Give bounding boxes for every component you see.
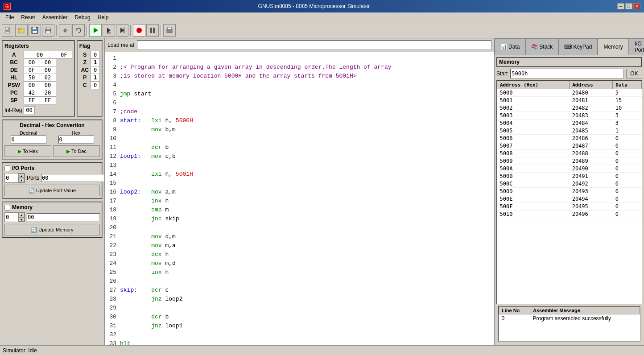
step-into-button[interactable]: [103, 24, 115, 37]
memory-data: 0: [613, 203, 642, 211]
maximize-button[interactable]: □: [625, 3, 632, 9]
memory-checkbox[interactable]: [4, 205, 10, 211]
memory-addr: 20490: [570, 165, 613, 173]
memory-spin-up[interactable]: ▲: [18, 213, 25, 217]
pause-button[interactable]: [146, 24, 159, 37]
io-spin-down[interactable]: ▼: [18, 178, 25, 182]
save-button[interactable]: [29, 24, 41, 37]
memory-addr: 20480: [570, 89, 613, 97]
tab-keypad[interactable]: ⌨ KeyPad: [558, 38, 598, 55]
memory-data: 0: [613, 173, 642, 180]
decimal-col: Decimal: [4, 130, 52, 144]
assembler-message: Program assembled successfully: [530, 314, 640, 323]
code-line-15: [120, 179, 492, 188]
io-port-value-input[interactable]: [41, 174, 105, 182]
code-editor[interactable]: 12345 678910 1112131415 1617181920 21222…: [105, 52, 494, 345]
code-line-20: [120, 223, 492, 232]
memory-table-header: Address (Hex) Address Data: [497, 81, 642, 89]
io-port-num-input[interactable]: [5, 174, 18, 182]
code-line-11: dcr b: [120, 143, 492, 152]
io-spin-up[interactable]: ▲: [18, 173, 25, 178]
memory-addr: 20488: [570, 150, 613, 157]
memory-data: 0: [613, 188, 642, 195]
app-icon: G: [4, 3, 11, 10]
memory-addr: 20482: [570, 104, 613, 112]
hex-input[interactable]: [58, 136, 94, 144]
flags-section: Flag S 0 Z 1 AC 0 P: [77, 40, 103, 117]
tab-memory[interactable]: Memory: [598, 38, 628, 55]
update-port-button[interactable]: 🔄 Update Port Value: [4, 185, 100, 196]
memory-ok-button[interactable]: OK: [626, 69, 642, 78]
new-button[interactable]: [2, 24, 14, 37]
run-button[interactable]: [89, 24, 102, 37]
code-line-5: jmp start: [120, 90, 492, 99]
memory-panel-title: Memory: [496, 57, 642, 67]
load-input[interactable]: [137, 40, 491, 50]
io-controls-row: ▲ ▼ Ports: [4, 173, 100, 183]
col-addr-hex: Address (Hex): [497, 81, 570, 89]
minimize-button[interactable]: ─: [617, 3, 624, 9]
reg-row-bc: BC 00 00: [4, 59, 72, 66]
menu-assembler[interactable]: Assembler: [39, 13, 71, 21]
reg-row-a: A 00 0F: [4, 51, 72, 59]
code-line-12: loop1: mov c,b: [120, 152, 492, 161]
memory-table-row: 5009 20489 0: [497, 157, 642, 165]
memory-addr: 20483: [570, 112, 613, 120]
update-memory-button[interactable]: 🔄 Update Memory: [4, 224, 100, 235]
tab-stack[interactable]: 📚 Stack: [525, 38, 558, 55]
code-line-25: inx h: [120, 268, 492, 277]
memory-spin-down[interactable]: ▼: [18, 217, 25, 222]
menu-file[interactable]: File: [2, 13, 17, 21]
memory-addr: 20487: [570, 142, 613, 150]
load-bar: Load me at: [105, 38, 494, 52]
sep1: [56, 25, 57, 36]
step-over-button[interactable]: [116, 24, 128, 37]
menu-reset[interactable]: Reset: [17, 13, 38, 21]
print-button[interactable]: [42, 24, 54, 37]
data-tab-icon: 📊: [500, 44, 507, 50]
title-bar: G GNUSim8085 - 8085 Microprocessor Simul…: [0, 0, 644, 12]
memory-data: 10: [613, 104, 642, 112]
memory-tab-label: Memory: [603, 44, 623, 50]
close-button[interactable]: ✕: [633, 3, 640, 9]
memory-addr-input[interactable]: [5, 214, 18, 221]
sep4: [161, 25, 161, 36]
decimal-input[interactable]: [11, 136, 46, 144]
memory-data: 0: [613, 142, 642, 150]
line-no-col: Line No: [499, 307, 530, 314]
to-hex-button[interactable]: ▶ To Hex: [4, 145, 51, 157]
window-title: GNUSim8085 - 8085 Microprocessor Simulat…: [11, 3, 617, 9]
menu-help[interactable]: Help: [94, 13, 112, 21]
settings-button[interactable]: [59, 24, 71, 37]
registers-section: Registers A 00 0F BC 00 00 DE 0F: [2, 40, 75, 117]
col-data: Data: [613, 81, 642, 89]
col-addr: Address: [570, 81, 613, 89]
memory-data: 3: [613, 112, 642, 120]
stop-button[interactable]: [133, 24, 145, 37]
keypad-tab-label: KeyPad: [573, 44, 592, 50]
to-hex-label: To Hex: [23, 149, 38, 154]
memory-addr: 20489: [570, 157, 613, 165]
memory-value-input[interactable]: [27, 213, 100, 221]
to-dec-button[interactable]: ▶ To Dec: [53, 145, 100, 157]
code-line-21: mov d,m: [120, 232, 492, 241]
refresh-button[interactable]: [72, 24, 85, 37]
sep2: [87, 25, 87, 36]
menu-debug[interactable]: Debug: [71, 13, 94, 21]
print2-button[interactable]: [163, 24, 176, 37]
code-line-14: lxi h, 5001H: [120, 170, 492, 179]
memory-data: 1: [613, 127, 642, 135]
code-line-24: mov m,d: [120, 259, 492, 268]
memory-table-row: 500F 20495 0: [497, 203, 642, 211]
update-port-icon: 🔄: [29, 188, 35, 194]
tab-data[interactable]: 📊 Data: [495, 38, 525, 55]
reg-row-de: DE 0F 00: [4, 66, 72, 74]
memory-addr-hex: 5002: [497, 104, 570, 112]
open-button[interactable]: [15, 24, 28, 37]
flag-ac: AC 0: [79, 66, 100, 74]
memory-start-input[interactable]: [510, 69, 623, 78]
memory-widget-label: Memory: [12, 204, 33, 211]
io-checkbox[interactable]: [4, 165, 10, 171]
memory-addr-hex: 5003: [497, 112, 570, 120]
tab-io-ports[interactable]: I/O Ports: [629, 38, 644, 55]
